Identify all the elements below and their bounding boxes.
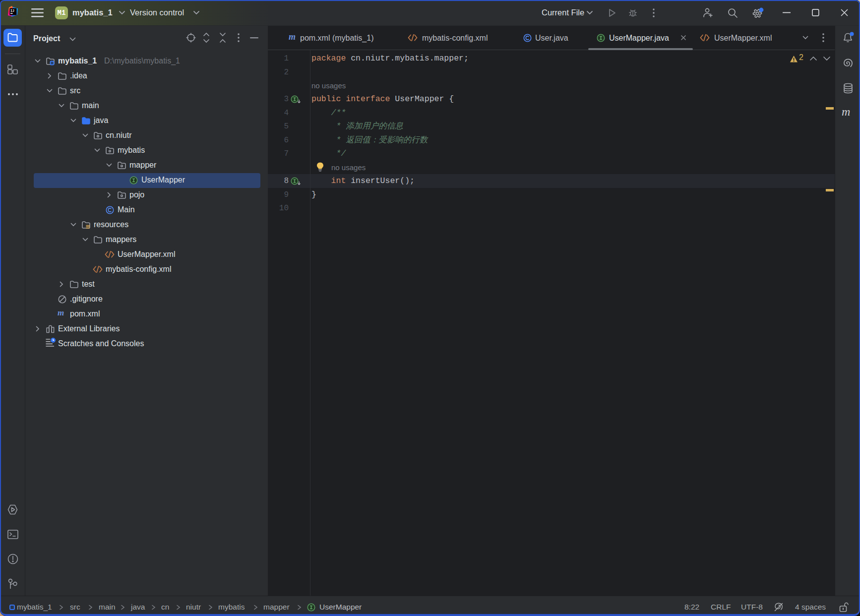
svg-text:IJ: IJ (10, 9, 14, 13)
